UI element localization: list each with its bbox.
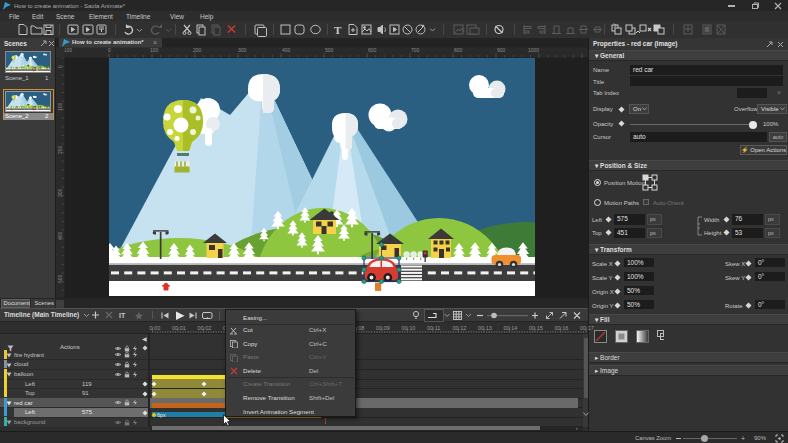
svg-text:0: 0: [108, 47, 111, 53]
svg-text:600: 600: [368, 47, 377, 53]
svg-text:100: 100: [57, 102, 63, 111]
svg-text:300: 300: [238, 47, 247, 53]
svg-text:800: 800: [454, 47, 463, 53]
svg-text:500: 500: [325, 47, 334, 53]
svg-text:1000: 1000: [528, 47, 539, 53]
svg-text:200: 200: [193, 47, 202, 53]
svg-text:IT: IT: [119, 312, 126, 319]
svg-text:500: 500: [57, 274, 63, 283]
svg-text:700: 700: [411, 47, 420, 53]
svg-text:300: 300: [57, 188, 63, 197]
svg-text:T: T: [334, 24, 342, 36]
svg-text:900: 900: [497, 47, 506, 53]
svg-text:100: 100: [150, 47, 159, 53]
svg-text:400: 400: [282, 47, 291, 53]
svg-text:0: 0: [57, 65, 63, 68]
svg-text:200: 200: [57, 145, 63, 154]
svg-text:400: 400: [57, 231, 63, 240]
